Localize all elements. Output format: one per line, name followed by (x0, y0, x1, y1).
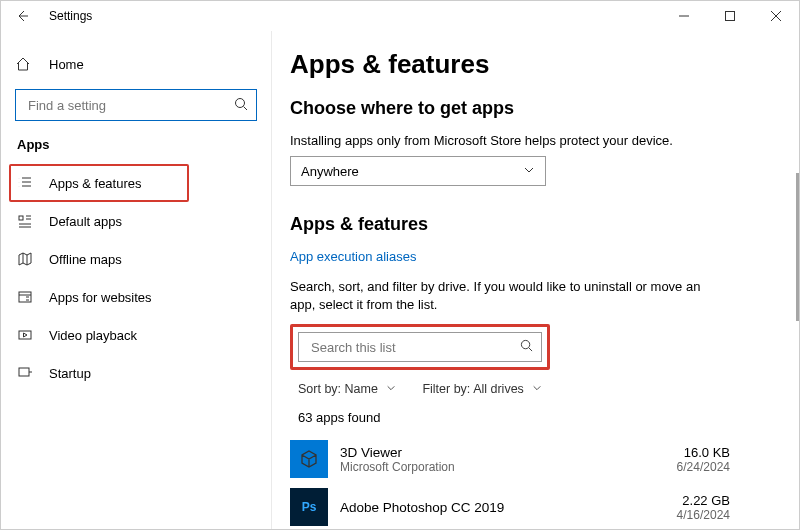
svg-rect-12 (19, 216, 23, 220)
app-size: 2.22 GB (677, 493, 730, 508)
scrollbar-thumb[interactable] (796, 173, 799, 321)
filter-by-control[interactable]: Filter by: All drives (422, 382, 542, 396)
app-list-search-input[interactable] (309, 339, 520, 356)
sidebar-item-label: Apps & features (49, 176, 142, 191)
list-heading: Apps & features (290, 214, 769, 235)
app-date: 4/16/2024 (677, 508, 730, 522)
list-instructions: Search, sort, and filter by drive. If yo… (290, 278, 720, 314)
settings-search-input[interactable] (26, 97, 234, 114)
chevron-down-icon (532, 382, 542, 396)
sidebar-item-label: Offline maps (49, 252, 122, 267)
window-title: Settings (49, 9, 92, 23)
svg-rect-19 (19, 331, 31, 339)
filter-label: Filter by: (422, 382, 470, 396)
search-icon (520, 339, 533, 355)
offline-maps-icon (15, 251, 35, 267)
app-row[interactable]: Ps Adobe Photoshop CC 2019 2.22 GB 4/16/… (290, 483, 730, 529)
home-nav[interactable]: Home (15, 49, 257, 79)
app-size: 16.0 KB (677, 445, 730, 460)
sort-by-control[interactable]: Sort by: Name (298, 382, 396, 396)
back-button[interactable] (15, 9, 33, 23)
svg-point-21 (521, 341, 529, 349)
default-apps-icon (15, 213, 35, 229)
app-date: 6/24/2024 (677, 460, 730, 474)
sidebar-item-offline-maps[interactable]: Offline maps (15, 240, 257, 278)
video-playback-icon (15, 327, 35, 343)
apps-count: 63 apps found (290, 410, 769, 425)
sidebar-item-label: Apps for websites (49, 290, 152, 305)
page-title: Apps & features (290, 49, 769, 80)
app-list-search[interactable] (298, 332, 542, 362)
sidebar-item-apps-features[interactable]: Apps & features (9, 164, 189, 202)
search-icon (234, 97, 248, 114)
app-icon-3d-viewer (290, 440, 328, 478)
app-row[interactable]: 3D Viewer Microsoft Corporation 16.0 KB … (290, 435, 730, 483)
maximize-button[interactable] (707, 1, 753, 31)
sort-value: Name (345, 382, 378, 396)
svg-rect-17 (19, 292, 31, 302)
minimize-button[interactable] (661, 1, 707, 31)
chevron-down-icon (523, 164, 535, 179)
svg-line-5 (244, 106, 248, 110)
startup-icon (15, 365, 35, 381)
close-button[interactable] (753, 1, 799, 31)
svg-rect-20 (19, 368, 29, 376)
sidebar-category: Apps (15, 137, 257, 152)
app-name: 3D Viewer (340, 445, 677, 460)
app-execution-aliases-link[interactable]: App execution aliases (290, 249, 416, 264)
sidebar-item-label: Default apps (49, 214, 122, 229)
settings-search[interactable] (15, 89, 257, 121)
scrollbar[interactable] (795, 31, 799, 529)
sidebar-item-default-apps[interactable]: Default apps (15, 202, 257, 240)
app-icon-photoshop: Ps (290, 488, 328, 526)
choose-heading: Choose where to get apps (290, 98, 769, 119)
svg-rect-1 (726, 12, 735, 21)
svg-point-4 (236, 98, 245, 107)
app-publisher: Microsoft Corporation (340, 460, 677, 474)
sidebar-item-label: Video playback (49, 328, 137, 343)
sort-label: Sort by: (298, 382, 341, 396)
sidebar-item-video-playback[interactable]: Video playback (15, 316, 257, 354)
app-name: Adobe Photoshop CC 2019 (340, 500, 677, 515)
apps-features-icon (15, 175, 35, 191)
home-label: Home (49, 57, 84, 72)
apps-websites-icon (15, 289, 35, 305)
chevron-down-icon (386, 382, 396, 396)
svg-line-22 (529, 348, 532, 351)
home-icon (15, 56, 35, 72)
filter-value: All drives (473, 382, 524, 396)
sidebar-item-apps-for-websites[interactable]: Apps for websites (15, 278, 257, 316)
sidebar-item-startup[interactable]: Startup (15, 354, 257, 392)
install-source-dropdown[interactable]: Anywhere (290, 156, 546, 186)
sidebar-item-label: Startup (49, 366, 91, 381)
choose-description: Installing apps only from Microsoft Stor… (290, 133, 769, 148)
dropdown-value: Anywhere (301, 164, 359, 179)
